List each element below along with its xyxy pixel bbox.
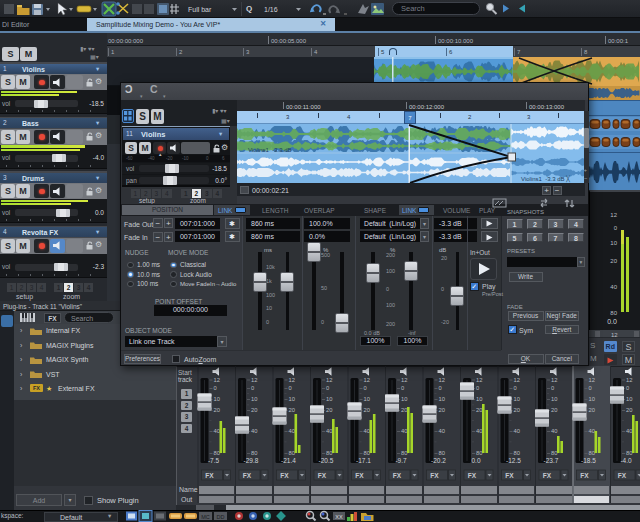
svg-text:80: 80 (514, 450, 520, 456)
svg-text:20: 20 (626, 407, 632, 413)
svg-text:-21.4: -21.4 (281, 457, 296, 464)
svg-text:FX: FX (393, 472, 402, 479)
svg-text:-9.7: -9.7 (395, 457, 407, 464)
svg-text:40: 40 (214, 428, 220, 434)
svg-text:20: 20 (214, 407, 220, 413)
svg-text:80: 80 (551, 450, 557, 456)
svg-text:FX: FX (205, 472, 214, 479)
svg-text:80: 80 (289, 450, 295, 456)
svg-text:FX: FX (543, 472, 552, 479)
svg-text:80: 80 (364, 450, 370, 456)
svg-text:40: 40 (476, 428, 482, 434)
svg-text:40: 40 (551, 428, 557, 434)
svg-text:10: 10 (289, 396, 295, 402)
svg-text:12: 12 (289, 377, 295, 383)
svg-text:-20.2: -20.2 (431, 457, 446, 464)
svg-text:12: 12 (214, 377, 220, 383)
svg-text:80: 80 (626, 450, 632, 456)
svg-text:10: 10 (514, 396, 520, 402)
svg-text:20: 20 (289, 407, 295, 413)
svg-text:10: 10 (251, 396, 257, 402)
svg-text:12: 12 (251, 377, 257, 383)
svg-text:0: 0 (214, 385, 217, 391)
svg-text:-7.5: -7.5 (208, 457, 220, 464)
svg-text:-23.7: -23.7 (544, 457, 559, 464)
svg-text:12: 12 (626, 377, 632, 383)
svg-text:FX: FX (618, 472, 627, 479)
svg-text:MC: MC (201, 514, 210, 520)
svg-text:40: 40 (514, 428, 520, 434)
svg-text:80: 80 (251, 450, 257, 456)
svg-text:12: 12 (589, 377, 595, 383)
svg-text:-18.5: -18.5 (581, 457, 596, 464)
svg-text:FX: FX (468, 472, 477, 479)
svg-text:80: 80 (439, 450, 445, 456)
svg-text:40: 40 (326, 428, 332, 434)
svg-text:20: 20 (476, 407, 482, 413)
svg-text:FX: FX (580, 472, 589, 479)
svg-text:12: 12 (476, 377, 482, 383)
svg-text:10: 10 (326, 396, 332, 402)
svg-text:FX: FX (355, 472, 364, 479)
svg-text:20: 20 (401, 407, 407, 413)
svg-text:40: 40 (251, 428, 257, 434)
svg-text:20: 20 (326, 407, 332, 413)
svg-text:-20.5: -20.5 (319, 457, 334, 464)
svg-text:Violins1 -3.3 dB ╳: Violins1 -3.3 dB ╳ (521, 175, 570, 183)
svg-text:80: 80 (476, 450, 482, 456)
svg-text:20: 20 (364, 407, 370, 413)
svg-text:0: 0 (439, 385, 442, 391)
svg-text:40: 40 (439, 428, 445, 434)
svg-text:10: 10 (589, 396, 595, 402)
svg-text:0: 0 (326, 385, 329, 391)
svg-text:FX: FX (280, 472, 289, 479)
svg-text:20: 20 (251, 407, 257, 413)
svg-text:10: 10 (401, 396, 407, 402)
svg-text:FX: FX (505, 472, 514, 479)
svg-text:0: 0 (514, 385, 517, 391)
svg-text:-4.0: -4.0 (620, 457, 632, 464)
svg-text:0: 0 (476, 385, 479, 391)
svg-text:10: 10 (439, 396, 445, 402)
svg-text:FX: FX (318, 472, 327, 479)
svg-text:80: 80 (401, 450, 407, 456)
svg-text:20: 20 (439, 407, 445, 413)
svg-text:12: 12 (551, 377, 557, 383)
svg-text:20: 20 (514, 407, 520, 413)
svg-text:0: 0 (551, 385, 554, 391)
svg-text:10: 10 (476, 396, 482, 402)
svg-text:10: 10 (626, 396, 632, 402)
svg-text:40: 40 (364, 428, 370, 434)
svg-text:0: 0 (289, 385, 292, 391)
svg-text:XX: XX (335, 514, 343, 520)
svg-text:Violins1 -3.3 dB: Violins1 -3.3 dB (248, 147, 292, 153)
svg-text:40: 40 (289, 428, 295, 434)
svg-text:10: 10 (551, 396, 557, 402)
svg-text:12: 12 (439, 377, 445, 383)
svg-text:12: 12 (401, 377, 407, 383)
svg-text:0: 0 (401, 385, 404, 391)
svg-text:FX: FX (430, 472, 439, 479)
svg-text:DD: DD (217, 514, 225, 520)
svg-text:12: 12 (514, 377, 520, 383)
svg-text:10: 10 (214, 396, 220, 402)
svg-text:40: 40 (589, 428, 595, 434)
svg-text:-29.8: -29.8 (244, 457, 259, 464)
svg-text:40: 40 (626, 428, 632, 434)
svg-text:0: 0 (589, 385, 592, 391)
svg-text:20: 20 (551, 407, 557, 413)
svg-text:FX: FX (243, 472, 252, 479)
svg-text:12: 12 (326, 377, 332, 383)
svg-text:12: 12 (364, 377, 370, 383)
svg-text:10: 10 (364, 396, 370, 402)
svg-text:-17.1: -17.1 (356, 457, 371, 464)
svg-text:0: 0 (251, 385, 254, 391)
svg-text:80: 80 (326, 450, 332, 456)
svg-text:-12.5: -12.5 (506, 457, 521, 464)
svg-text:0: 0 (626, 385, 629, 391)
svg-text:80: 80 (214, 450, 220, 456)
svg-text:40: 40 (401, 428, 407, 434)
svg-text:0.0: 0.0 (471, 457, 480, 464)
svg-text:0: 0 (364, 385, 367, 391)
svg-text:80: 80 (589, 450, 595, 456)
